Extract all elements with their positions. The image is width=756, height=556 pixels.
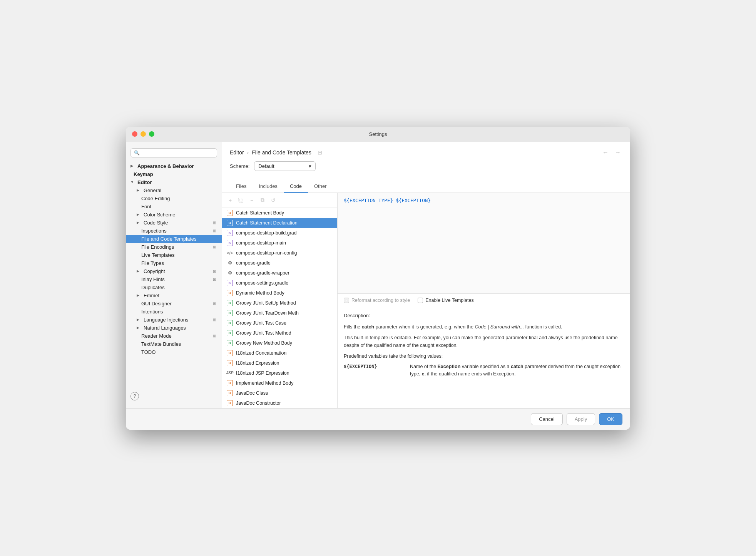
sidebar-item-reader-mode[interactable]: Reader Mode ⊞ <box>126 332 222 340</box>
back-arrow[interactable]: ← <box>601 148 610 157</box>
scheme-label: Scheme: <box>230 163 249 169</box>
description-text: Fills the catch parameter when it is gen… <box>344 323 624 378</box>
sidebar-item-natural-languages[interactable]: ▶ Natural Languages <box>126 324 222 332</box>
search-input[interactable] <box>142 150 214 156</box>
duplicate-template-button[interactable]: ⧉ <box>258 196 267 204</box>
template-item[interactable]: U I18nized Expression <box>222 358 337 368</box>
scheme-select[interactable]: Default ▾ <box>254 161 316 171</box>
template-item[interactable]: U I18nized Concatenation <box>222 348 337 358</box>
dialog-footer: Cancel Apply OK <box>126 408 630 430</box>
sidebar-item-code-editing[interactable]: Code Editing <box>126 194 222 203</box>
sidebar-item-editor[interactable]: ▼ Editor <box>126 178 222 186</box>
forward-arrow[interactable]: → <box>613 148 622 157</box>
settings-badge-icon: ⊞ <box>212 301 217 306</box>
template-item[interactable]: JSP I18nized JSP Expression <box>222 368 337 378</box>
main-content: Editor › File and Code Templates ⊟ ← → S… <box>222 142 630 408</box>
chevron-right-icon: ▶ <box>137 188 141 192</box>
ok-button[interactable]: OK <box>599 413 622 425</box>
pin-icon[interactable]: ⊟ <box>318 149 322 156</box>
search-box[interactable]: 🔍 <box>130 148 217 157</box>
list-toolbar: + ⿻ − ⧉ ↺ <box>222 193 337 208</box>
template-item[interactable]: U JavaDoc Constructor <box>222 398 337 408</box>
sidebar-item-appearance[interactable]: ▶ Appearance & Behavior <box>126 162 222 170</box>
sidebar-item-color-scheme[interactable]: ▶ Color Scheme <box>126 211 222 219</box>
sidebar-item-inlay-hints[interactable]: Inlay Hints ⊞ <box>126 275 222 283</box>
reset-template-button[interactable]: ↺ <box>269 196 278 204</box>
sidebar-item-language-injections[interactable]: ▶ Language Injections ⊞ <box>126 316 222 324</box>
sidebar-item-code-style[interactable]: ▶ Code Style ⊞ <box>126 219 222 227</box>
live-templates-checkbox-label: Enable Live Templates <box>418 298 474 303</box>
copy-template-button[interactable]: ⿻ <box>237 196 245 204</box>
sidebar-item-keymap[interactable]: Keymap <box>126 170 222 178</box>
sidebar-item-live-templates[interactable]: Live Templates <box>126 251 222 259</box>
template-item[interactable]: U Dynamic Method Body <box>222 288 337 298</box>
editor-pane: ${EXCEPTION_TYPE} ${EXCEPTION} Reformat … <box>338 193 630 408</box>
sidebar-item-inspections[interactable]: Inspections ⊞ <box>126 227 222 235</box>
template-icon: U <box>227 380 233 386</box>
maximize-button[interactable] <box>149 131 154 137</box>
scheme-row: Scheme: Default ▾ <box>230 161 622 176</box>
template-icon: G <box>227 320 233 326</box>
sidebar-item-file-encodings[interactable]: File Encodings ⊞ <box>126 243 222 251</box>
template-icon: U <box>227 360 233 366</box>
template-item[interactable]: </> compose-desktop-run-config <box>222 248 337 258</box>
tab-other[interactable]: Other <box>308 180 333 193</box>
tab-code[interactable]: Code <box>284 180 308 193</box>
tab-includes[interactable]: Includes <box>253 180 283 193</box>
template-item[interactable]: U Catch Statement Body <box>222 208 337 218</box>
sidebar-item-duplicates[interactable]: Duplicates <box>126 283 222 291</box>
template-item[interactable]: U Catch Statement Declaration <box>222 218 337 228</box>
template-item[interactable]: K compose-desktop-build.grad <box>222 228 337 238</box>
template-icon: U <box>227 220 233 226</box>
template-icon: K <box>227 280 233 286</box>
window-controls <box>132 131 154 137</box>
template-item[interactable]: U JavaDoc Class <box>222 388 337 398</box>
breadcrumb-parent: Editor <box>230 149 244 156</box>
sidebar-item-file-types[interactable]: File Types <box>126 259 222 267</box>
add-template-button[interactable]: + <box>226 196 234 204</box>
sidebar: 🔍 ▶ Appearance & Behavior Keymap ▼ Edito… <box>126 142 222 408</box>
sidebar-item-font[interactable]: Font <box>126 203 222 211</box>
chevron-right-icon: ▶ <box>130 164 135 168</box>
template-item[interactable]: G Groovy JUnit Test Case <box>222 318 337 328</box>
sidebar-item-file-and-code-templates[interactable]: File and Code Templates <box>126 235 222 243</box>
variable-row: ${EXCEPTION} Name of the Exception varia… <box>344 363 624 378</box>
template-item[interactable]: ⚙ compose-gradle-wrapper <box>222 268 337 278</box>
close-button[interactable] <box>132 131 137 137</box>
search-icon: 🔍 <box>134 150 140 156</box>
sidebar-item-emmet[interactable]: ▶ Emmet <box>126 291 222 300</box>
template-item[interactable]: K compose-settings.gradle <box>222 278 337 288</box>
template-item[interactable]: ⚙ compose-gradle <box>222 258 337 268</box>
sidebar-item-todo[interactable]: TODO <box>126 348 222 356</box>
cancel-button[interactable]: Cancel <box>531 413 562 425</box>
settings-badge-icon: ⊞ <box>212 228 217 233</box>
code-editor[interactable]: ${EXCEPTION_TYPE} ${EXCEPTION} <box>338 193 630 294</box>
template-item[interactable]: K compose-desktop-main <box>222 238 337 248</box>
apply-button[interactable]: Apply <box>567 413 595 425</box>
template-item[interactable]: G Groovy JUnit SetUp Method <box>222 298 337 308</box>
sidebar-item-intentions[interactable]: Intentions <box>126 308 222 316</box>
settings-badge-icon: ⊞ <box>212 268 217 274</box>
chevron-right-icon: ▶ <box>137 293 141 297</box>
reformat-checkbox-label: Reformat according to style <box>344 298 410 303</box>
breadcrumb: Editor › File and Code Templates ⊟ <box>230 149 322 156</box>
template-item[interactable]: G Groovy JUnit TearDown Meth <box>222 308 337 318</box>
template-icon: U <box>227 350 233 356</box>
remove-template-button[interactable]: − <box>248 196 256 204</box>
template-icon: ⚙ <box>227 260 233 266</box>
live-templates-label: Enable Live Templates <box>425 298 474 303</box>
reformat-checkbox[interactable] <box>344 298 349 303</box>
sidebar-item-textmate-bundles[interactable]: TextMate Bundles <box>126 340 222 348</box>
sidebar-item-general[interactable]: ▶ General <box>126 186 222 194</box>
help-button[interactable]: ? <box>130 392 139 400</box>
template-icon: U <box>227 210 233 216</box>
sidebar-item-gui-designer[interactable]: GUI Designer ⊞ <box>126 300 222 308</box>
live-templates-checkbox[interactable] <box>418 298 423 303</box>
tab-files[interactable]: Files <box>230 180 253 193</box>
minimize-button[interactable] <box>140 131 146 137</box>
template-item[interactable]: G Groovy New Method Body <box>222 338 337 348</box>
chevron-right-icon: ▶ <box>137 326 141 330</box>
template-item[interactable]: G Groovy JUnit Test Method <box>222 328 337 338</box>
template-item[interactable]: U Implemented Method Body <box>222 378 337 388</box>
sidebar-item-copyright[interactable]: ▶ Copyright ⊞ <box>126 267 222 275</box>
